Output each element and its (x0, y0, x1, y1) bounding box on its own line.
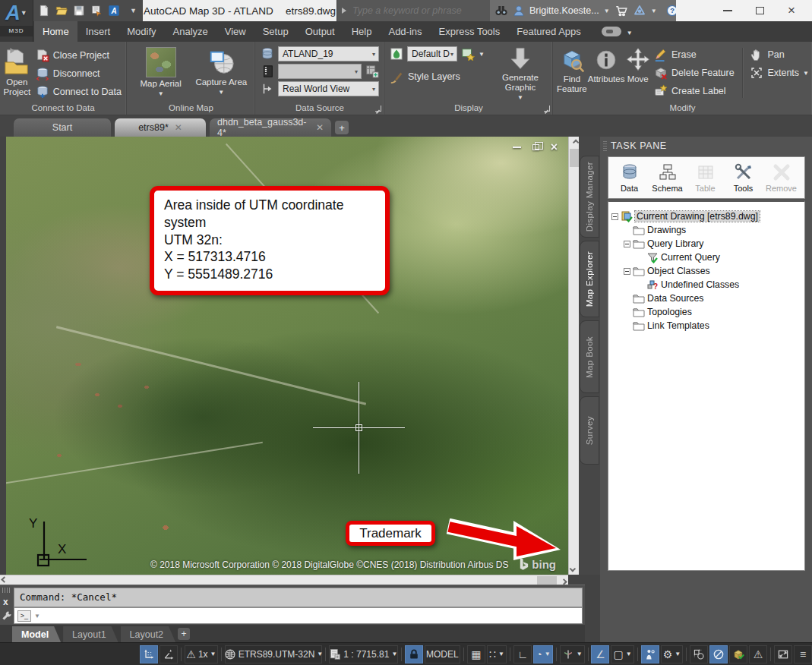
tree-item-object-classes[interactable]: Object Classes (611, 264, 803, 278)
tab-insert[interactable]: Insert (77, 21, 119, 42)
style-caret-icon[interactable]: ▼ (479, 51, 485, 58)
collapse-toggle-icon[interactable] (624, 241, 630, 247)
search-flyout-icon[interactable] (342, 8, 349, 14)
add-table-icon[interactable] (365, 65, 379, 78)
dialog-launcher-icon[interactable] (375, 106, 381, 112)
tree-item-data-sources[interactable]: Data Sources (611, 292, 803, 305)
close-button[interactable]: × (786, 5, 797, 16)
search-input[interactable] (352, 5, 485, 16)
task-pane-grip[interactable] (603, 141, 607, 152)
new-file-icon[interactable] (38, 5, 50, 17)
horizontal-scrollbar[interactable] (0, 575, 568, 585)
close-tab-icon[interactable]: ✕ (316, 122, 324, 133)
panel-label[interactable]: Display (385, 102, 552, 115)
minimize-button[interactable] (722, 5, 733, 16)
close-tab-icon[interactable]: ✕ (175, 122, 182, 133)
file-tab-etrs89[interactable]: etrs89*✕ (115, 118, 206, 137)
tab-layout2[interactable]: Layout2 (121, 626, 175, 642)
command-drag-grip[interactable] (2, 588, 11, 593)
tab-featured-apps[interactable]: Featured Apps (508, 21, 589, 42)
erase-button[interactable]: Erase (651, 46, 738, 64)
tree-item-undefined-classes[interactable]: ? Undefined Classes (611, 278, 803, 292)
tab-model[interactable]: Model (12, 626, 61, 642)
horizontal-scroll-thumb[interactable] (537, 576, 557, 585)
panel-label[interactable]: Data Source (256, 102, 384, 115)
a360-icon[interactable] (633, 4, 646, 17)
command-input[interactable]: ▼ (14, 607, 583, 624)
viewport-close-icon[interactable]: × (551, 143, 558, 152)
file-tab-start[interactable]: Start (14, 118, 111, 137)
source-drawing-select[interactable]: ATLAND_19 (278, 46, 379, 61)
new-style-icon[interactable] (461, 47, 475, 61)
tree-item-current-query[interactable]: Current Query (611, 251, 803, 264)
maximize-button[interactable] (754, 5, 765, 16)
tree-item-topologies[interactable]: Topologies (611, 305, 803, 319)
polar-tracking-button[interactable]: ◔▼ (533, 645, 553, 663)
snap-mode-button[interactable]: ∷▼ (487, 645, 507, 663)
application-menu-button[interactable]: A▼ M3D (0, 0, 33, 42)
tab-setup[interactable]: Setup (254, 21, 297, 42)
connect-to-data-button[interactable]: Connect to Data (33, 83, 125, 101)
user-menu-caret-icon[interactable]: ▼ (604, 8, 610, 14)
tab-help[interactable]: Help (343, 21, 381, 42)
new-drawing-tab-button[interactable]: + (335, 121, 349, 134)
viewport-restore-icon[interactable] (532, 144, 539, 150)
panel-label[interactable]: Connect to Data (0, 102, 126, 115)
show-annotation-objects-button[interactable] (641, 645, 659, 663)
vertical-scroll-thumb[interactable] (570, 149, 579, 167)
panel-label[interactable]: Online Map (128, 102, 254, 115)
annotation-monitor-button[interactable]: ⚠ (749, 645, 767, 663)
ribbon-display-toggle-icon[interactable] (602, 27, 621, 36)
tab-analyze[interactable]: Analyze (165, 21, 216, 42)
vertical-scrollbar[interactable] (568, 137, 579, 575)
open-file-icon[interactable] (55, 5, 68, 17)
viewport-minimize-icon[interactable] (513, 147, 521, 148)
tab-map-explorer[interactable]: Map Explorer (580, 241, 599, 317)
new-layout-button[interactable]: + (178, 628, 190, 640)
tab-express-tools[interactable]: Express Tools (431, 21, 509, 42)
tab-home[interactable]: Home (34, 21, 77, 42)
command-history[interactable]: Command: *Cancel* (14, 588, 583, 607)
model-space-button[interactable]: MODEL (425, 645, 460, 663)
scroll-down-icon[interactable] (569, 564, 580, 575)
close-project-button[interactable]: Close Project (33, 46, 125, 65)
app-store-cart-icon[interactable] (615, 4, 628, 17)
tab-output[interactable]: Output (297, 21, 343, 42)
clean-screen-button[interactable] (774, 645, 792, 663)
tree-item-current-drawing[interactable]: Current Drawing [etrs89.dwg] (611, 210, 803, 223)
file-tab-dhdn[interactable]: dhdn_beta_gauss3d-4*✕ (210, 118, 331, 137)
collapse-toggle-icon[interactable] (624, 268, 630, 275)
create-label-button[interactable]: Create Label (651, 82, 738, 100)
schema-button[interactable]: Schema (649, 159, 685, 196)
geographic-coords-button[interactable] (160, 645, 178, 663)
capture-area-button[interactable]: Capture Area ▼ (194, 45, 248, 96)
tree-item-query-library[interactable]: Query Library (611, 237, 803, 251)
save-icon[interactable] (73, 5, 85, 17)
display-style-select[interactable]: Default D (407, 46, 457, 61)
disconnect-button[interactable]: Disconnect (33, 65, 125, 83)
tab-survey[interactable]: Survey (580, 396, 599, 465)
units-button[interactable] (729, 645, 747, 663)
tab-display-manager[interactable]: Display Manager (580, 156, 599, 238)
tools-button[interactable]: Tools (725, 159, 761, 196)
plot-icon[interactable] (90, 5, 103, 17)
command-close-icon[interactable]: x (3, 597, 8, 607)
map-aerial-button[interactable]: Map Aerial ▼ (134, 45, 188, 97)
search-binoculars-icon[interactable] (494, 4, 508, 17)
tab-map-book[interactable]: Map Book (580, 320, 599, 393)
grid-display-button[interactable]: ▦ (467, 645, 485, 663)
attributes-button[interactable]: Attributes (588, 45, 625, 84)
tab-view[interactable]: View (216, 21, 254, 42)
tab-add-ins[interactable]: Add-ins (380, 21, 430, 42)
move-button[interactable]: Move (624, 45, 651, 84)
panel-label[interactable]: Modify (553, 102, 812, 115)
map-viewport[interactable]: × Area inside of UTM coordinate system U… (6, 137, 568, 575)
isodraft-button[interactable]: ▼ (560, 645, 585, 663)
sheet-select[interactable] (278, 64, 362, 79)
ribbon-toggle-caret-icon[interactable]: ▼ (627, 30, 633, 42)
a360-caret-icon[interactable]: ▼ (651, 8, 657, 14)
dialog-launcher-icon[interactable] (544, 106, 550, 112)
delete-feature-button[interactable]: Delete Feature (651, 64, 738, 82)
lock-viewport-button[interactable] (405, 645, 423, 663)
tab-layout1[interactable]: Layout1 (63, 626, 118, 642)
